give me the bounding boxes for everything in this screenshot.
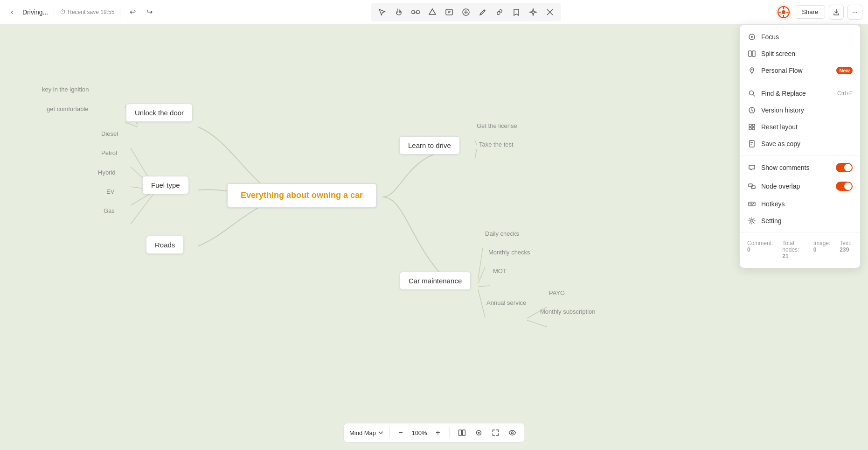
personal-flow-label: Personal Flow <box>761 67 832 74</box>
node-fuel-label: Fuel type <box>142 176 189 194</box>
svg-point-61 <box>511 432 513 434</box>
find-label: Find & Replace <box>761 90 833 97</box>
new-badge: New <box>836 67 853 74</box>
tool-connector[interactable] <box>408 5 423 20</box>
redo-button[interactable]: ↪ <box>143 6 156 19</box>
menu-item-setting[interactable]: Setting <box>740 212 860 229</box>
export-button[interactable] <box>829 5 844 20</box>
text-stat: Text: 239 <box>840 240 853 260</box>
image-stat: Image: 0 <box>813 240 831 260</box>
share-button[interactable]: Share <box>795 5 825 19</box>
hotkeys-icon <box>747 200 757 208</box>
node-roads[interactable]: Roads <box>146 236 184 254</box>
svg-line-29 <box>478 267 485 283</box>
svg-marker-3 <box>429 9 436 14</box>
bottom-divider-2 <box>449 427 450 438</box>
svg-rect-36 <box>749 51 751 56</box>
tool-add[interactable] <box>458 5 473 20</box>
menu-item-split[interactable]: Split screen <box>740 45 860 62</box>
personal-flow-icon <box>747 67 757 74</box>
svg-point-60 <box>478 432 479 434</box>
canvas-svg <box>0 24 868 450</box>
zoom-out-button[interactable]: − <box>395 427 406 438</box>
svg-rect-57 <box>458 430 461 436</box>
leaf-ev: EV <box>106 187 114 196</box>
toolbar-left: ‹ Driving... ⏱ Recent save 19:55 ↩ ↪ <box>6 6 156 19</box>
back-button[interactable]: ‹ <box>6 6 19 19</box>
central-node[interactable]: Everything about owning a car <box>227 183 377 208</box>
svg-rect-43 <box>752 124 755 127</box>
svg-point-14 <box>782 10 785 14</box>
comment-stat: Comment: 0 <box>747 240 773 260</box>
svg-line-20 <box>125 122 138 127</box>
menu-item-personal-flow[interactable]: Personal Flow New <box>740 62 860 79</box>
menu-item-comments[interactable]: Show comments <box>740 158 860 177</box>
svg-line-26 <box>475 140 477 145</box>
svg-rect-58 <box>462 430 465 436</box>
undo-button[interactable]: ↩ <box>126 6 139 19</box>
leaf-monthly-sub: Monthly subscription <box>540 307 596 316</box>
tool-pen[interactable] <box>475 5 490 20</box>
leaf-diesel: Diesel <box>101 129 118 138</box>
svg-line-31 <box>478 289 485 317</box>
svg-rect-53 <box>751 203 752 204</box>
leaf-daily: Daily checks <box>485 229 519 238</box>
zoom-in-button[interactable]: + <box>432 427 444 438</box>
leaf-petrol: Petrol <box>101 148 117 157</box>
tool-hand[interactable] <box>391 5 406 20</box>
focus-icon <box>747 33 757 41</box>
eye-button[interactable] <box>506 426 519 439</box>
leaf-monthly: Monthly checks <box>488 248 530 256</box>
tool-sparkle[interactable] <box>526 5 541 20</box>
setting-label: Setting <box>761 217 853 225</box>
comments-label: Show comments <box>761 164 831 171</box>
leaf-payg: PAYG <box>549 288 565 297</box>
menu-item-hotkeys[interactable]: Hotkeys <box>740 196 860 212</box>
tool-bookmark[interactable] <box>509 5 524 20</box>
fullscreen-button[interactable] <box>489 426 502 439</box>
node-carmaint[interactable]: Car maintenance <box>400 272 471 290</box>
more-icon: ··· <box>852 8 857 15</box>
node-carmaint-label: Car maintenance <box>400 272 471 290</box>
svg-rect-48 <box>750 144 752 145</box>
split-view-button[interactable] <box>455 426 468 439</box>
menu-item-node-overlap[interactable]: Node overlap <box>740 177 860 196</box>
svg-rect-54 <box>753 203 754 204</box>
tool-select[interactable] <box>375 5 389 20</box>
tool-cross[interactable] <box>542 5 557 20</box>
menu-item-version[interactable]: Version history <box>740 102 860 119</box>
node-overlap-toggle[interactable] <box>836 182 853 191</box>
svg-line-28 <box>478 248 483 280</box>
more-menu-button[interactable]: ··· <box>847 5 862 20</box>
save-copy-icon <box>747 140 757 148</box>
node-overlap-icon <box>747 183 757 190</box>
node-unlock-label: Unlock the door <box>126 104 193 122</box>
svg-rect-0 <box>412 11 415 14</box>
tool-shape[interactable] <box>425 5 440 20</box>
central-node-label: Everything about owning a car <box>227 183 377 208</box>
node-unlock[interactable]: Unlock the door <box>126 104 193 122</box>
menu-item-find[interactable]: Find & Replace Ctrl+F <box>740 85 860 102</box>
tool-text[interactable] <box>442 5 457 20</box>
focus-label: Focus <box>761 33 853 41</box>
node-learn[interactable]: Learn to drive <box>399 136 460 155</box>
node-fuel[interactable]: Fuel type <box>142 176 189 194</box>
menu-item-focus[interactable]: Focus <box>740 28 860 45</box>
top-toolbar: ‹ Driving... ⏱ Recent save 19:55 ↩ ↪ <box>0 0 868 24</box>
comments-toggle[interactable] <box>836 163 853 172</box>
svg-rect-52 <box>750 203 750 204</box>
leaf-license: Get the license <box>477 121 517 130</box>
divider-menu-1 <box>740 82 860 82</box>
svg-rect-1 <box>417 11 419 14</box>
menu-item-save-copy[interactable]: Save as copy <box>740 135 860 152</box>
svg-rect-44 <box>749 127 751 130</box>
document-title: Driving... <box>22 8 48 16</box>
toolbar-right: Share ··· <box>776 5 862 20</box>
menu-item-reset[interactable]: Reset layout <box>740 119 860 135</box>
tool-link[interactable] <box>492 5 507 20</box>
view-mode-select[interactable]: Mind Map <box>349 429 383 436</box>
logo-icon <box>776 5 791 20</box>
fit-view-button[interactable] <box>472 426 485 439</box>
toolbar-center <box>160 3 772 21</box>
svg-rect-45 <box>752 127 755 130</box>
